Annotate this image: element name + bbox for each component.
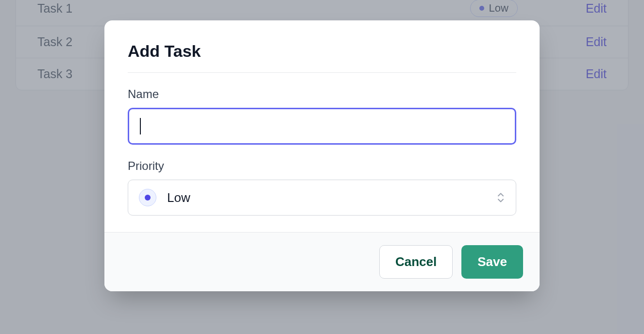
priority-field-group: Priority Low: [128, 159, 516, 216]
priority-select-value: Low: [139, 189, 190, 206]
chevron-up-down-icon: [496, 192, 505, 203]
modal-overlay[interactable]: Add Task Name Priority Low: [0, 0, 644, 334]
save-button[interactable]: Save: [461, 245, 523, 279]
name-input[interactable]: [128, 108, 516, 145]
add-task-modal: Add Task Name Priority Low: [104, 20, 540, 291]
modal-body: Add Task Name Priority Low: [104, 20, 540, 232]
priority-dot-icon: [139, 189, 156, 206]
name-field-group: Name: [128, 87, 516, 145]
modal-title: Add Task: [128, 42, 516, 73]
text-cursor-icon: [140, 118, 141, 134]
name-label: Name: [128, 87, 516, 101]
priority-selected-text: Low: [167, 190, 190, 205]
modal-footer: Cancel Save: [104, 232, 540, 291]
priority-label: Priority: [128, 159, 516, 173]
priority-select[interactable]: Low: [128, 180, 516, 216]
cancel-button[interactable]: Cancel: [379, 245, 453, 279]
